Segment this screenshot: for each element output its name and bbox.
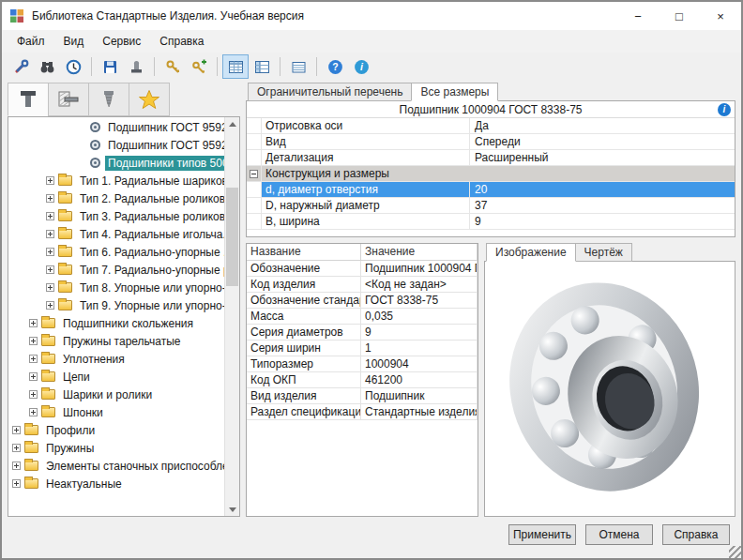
save-button[interactable] <box>97 54 123 79</box>
tree-node-icon <box>90 122 100 132</box>
scroll-thumb[interactable] <box>226 188 238 286</box>
nav-tab-screws[interactable] <box>88 83 129 116</box>
property-row[interactable]: Отрисовка оси Да <box>247 118 735 134</box>
expand-icon[interactable] <box>46 301 54 310</box>
expand-icon[interactable] <box>46 212 54 220</box>
expand-icon[interactable] <box>12 426 21 434</box>
tree-item[interactable]: Тип 3. Радиальные роликов... <box>8 207 224 225</box>
cancel-button[interactable]: Отмена <box>585 524 653 545</box>
tree-item-label: Тип 4. Радиальные игольча... <box>77 227 224 242</box>
menu-view[interactable]: Вид <box>54 32 94 51</box>
expand-icon[interactable] <box>46 176 54 185</box>
tree-item[interactable]: Пружины тарельчатые <box>8 332 224 350</box>
property-row[interactable]: B, ширина 9 <box>247 214 735 230</box>
property-row[interactable]: Вид Спереди <box>247 134 735 150</box>
view-cells-button[interactable] <box>222 54 249 79</box>
tree-item[interactable]: Шпонки <box>8 403 224 421</box>
tree-item[interactable]: Тип 7. Радиально-упорные р... <box>8 261 224 279</box>
maximize-button[interactable]: □ <box>659 2 700 30</box>
tab-all-sizes[interactable]: Все размеры <box>411 83 498 101</box>
close-button[interactable]: × <box>700 2 741 30</box>
toolbar-separator <box>280 57 281 76</box>
minimize-button[interactable]: − <box>617 2 659 30</box>
dimension-tabs: Ограничительный перечень Все размеры <box>248 83 735 100</box>
tree-item[interactable]: Подшипники скольжения <box>8 314 224 332</box>
menu-file[interactable]: Файл <box>8 32 54 51</box>
resize-grip[interactable] <box>729 546 741 558</box>
expand-icon[interactable] <box>29 372 38 381</box>
property-row[interactable]: D, наружный диаметр 37 <box>247 198 735 214</box>
tree-item[interactable]: Тип 8. Упорные или упорно-... <box>8 279 224 296</box>
menu-help[interactable]: Справка <box>150 32 213 51</box>
tree-item[interactable]: Тип 2. Радиальные роликов... <box>8 189 224 207</box>
tab-drawing[interactable]: Чертёж <box>575 243 632 262</box>
tree-scrollbar[interactable] <box>224 117 239 516</box>
stamp-button[interactable] <box>123 54 149 79</box>
tree-item[interactable]: Шарики и ролики <box>8 386 224 403</box>
collapse-minus-icon[interactable] <box>250 170 258 178</box>
tree-item[interactable]: Уплотнения <box>8 350 224 368</box>
expand-icon[interactable] <box>29 355 38 363</box>
key-button[interactable] <box>159 54 186 79</box>
tree-item[interactable]: Подшипник ГОСТ 9592-7... <box>8 118 224 136</box>
menu-service[interactable]: Сервис <box>93 32 150 51</box>
tree-item[interactable]: Профили <box>8 421 224 439</box>
toolbar-info-button[interactable]: i <box>348 54 374 79</box>
info-icon[interactable]: i <box>718 103 731 116</box>
expand-icon[interactable] <box>46 248 54 256</box>
key-add-button[interactable] <box>186 54 212 79</box>
tree-node-icon <box>41 389 55 400</box>
toolbar-help-button[interactable]: ? <box>322 54 348 79</box>
view-table-button[interactable] <box>249 54 275 79</box>
tree-item[interactable]: Пружины <box>8 439 224 457</box>
history-button[interactable] <box>60 54 86 79</box>
tree-item[interactable]: Тип 1. Радиальные шариков... <box>8 172 224 189</box>
tree-item[interactable]: Тип 6. Радиально-упорные ... <box>8 243 224 261</box>
tree-item[interactable]: Подшипник ГОСТ 9592-7... <box>8 136 224 154</box>
help-button[interactable]: Справка <box>662 524 730 545</box>
expand-icon[interactable] <box>29 408 38 416</box>
tree-node-icon <box>24 443 38 453</box>
view-compact-button[interactable] <box>285 54 311 79</box>
expand-icon[interactable] <box>46 230 54 238</box>
tree-item[interactable]: Подшипники типов 5000... <box>8 154 224 172</box>
app-icon <box>9 8 24 23</box>
expand-icon[interactable] <box>29 319 38 327</box>
expand-icon[interactable] <box>46 265 54 274</box>
tree-item[interactable]: Неактуальные <box>8 475 224 492</box>
expand-icon[interactable] <box>12 444 21 452</box>
nav-tab-pins[interactable] <box>48 83 89 116</box>
expand-icon[interactable] <box>12 462 21 470</box>
library-settings-button[interactable] <box>8 54 34 79</box>
tab-restrictive-list[interactable]: Ограничительный перечень <box>248 83 412 101</box>
tab-image[interactable]: Изображение <box>486 243 576 262</box>
properties-row: Код изделия <Код не задан> <box>247 277 478 293</box>
expand-icon[interactable] <box>46 194 54 203</box>
clock-history-icon <box>66 59 82 75</box>
nav-tab-fasteners[interactable] <box>8 83 49 116</box>
prop-value: Подшипник 1000904 ГО <box>361 261 478 276</box>
expand-icon[interactable] <box>46 283 54 292</box>
tree-item[interactable]: Тип 4. Радиальные игольча... <box>8 225 224 243</box>
expand-icon[interactable] <box>29 390 38 399</box>
status-bar <box>2 551 741 558</box>
tree-item[interactable]: Элементы станочных приспособлений <box>8 457 224 475</box>
nav-tab-favorites[interactable] <box>129 83 170 116</box>
scroll-down-button[interactable] <box>225 502 239 516</box>
expand-icon[interactable] <box>12 479 21 488</box>
search-button[interactable] <box>34 54 60 79</box>
svg-text:?: ? <box>332 61 338 72</box>
apply-button[interactable]: Применить <box>508 524 576 545</box>
tree-item-label: Пружины <box>43 441 97 456</box>
property-row[interactable]: Конструкция и размеры <box>247 166 735 182</box>
tree-item[interactable]: Цепи <box>8 368 224 386</box>
scroll-up-button[interactable] <box>225 117 239 131</box>
property-row[interactable]: Детализация Расширенный <box>247 150 735 166</box>
key-icon <box>165 59 181 75</box>
stamp-icon <box>129 59 144 75</box>
expand-icon[interactable] <box>29 337 38 345</box>
part-properties-table: Название Значение Обозначение Подшипник … <box>246 243 478 517</box>
property-row[interactable]: d, диаметр отверстия 20 <box>247 182 735 198</box>
prop-name: Серия диаметров <box>247 325 361 340</box>
tree-item[interactable]: Тип 9. Упорные или упорно-... <box>8 296 224 314</box>
